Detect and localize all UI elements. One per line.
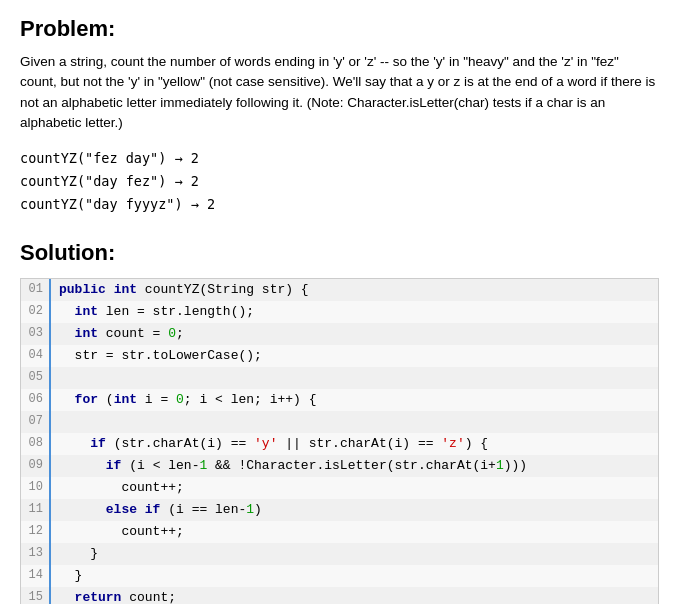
code-line-15: 15 return count; bbox=[21, 587, 658, 604]
code-line-01: 01 public int countYZ(String str) { bbox=[21, 279, 658, 301]
problem-section: Problem: Given a string, count the numbe… bbox=[20, 16, 659, 216]
code-line-02: 02 int len = str.length(); bbox=[21, 301, 658, 323]
code-line-04: 04 str = str.toLowerCase(); bbox=[21, 345, 658, 367]
code-line-08: 08 if (str.charAt(i) == 'y' || str.charA… bbox=[21, 433, 658, 455]
code-line-12: 12 count++; bbox=[21, 521, 658, 543]
code-line-06: 06 for (int i = 0; i < len; i++) { bbox=[21, 389, 658, 411]
example-1: countYZ("fez day") → 2 bbox=[20, 147, 659, 170]
code-line-03: 03 int count = 0; bbox=[21, 323, 658, 345]
examples: countYZ("fez day") → 2 countYZ("day fez"… bbox=[20, 147, 659, 216]
code-line-13: 13 } bbox=[21, 543, 658, 565]
solution-section: Solution: 01 public int countYZ(String s… bbox=[20, 240, 659, 604]
example-2: countYZ("day fez") → 2 bbox=[20, 170, 659, 193]
code-line-11: 11 else if (i == len-1) bbox=[21, 499, 658, 521]
code-line-14: 14 } bbox=[21, 565, 658, 587]
code-line-09: 09 if (i < len-1 && !Character.isLetter(… bbox=[21, 455, 658, 477]
code-line-10: 10 count++; bbox=[21, 477, 658, 499]
code-line-07: 07 bbox=[21, 411, 658, 433]
example-3: countYZ("day fyyyz") → 2 bbox=[20, 193, 659, 216]
code-block: 01 public int countYZ(String str) { 02 i… bbox=[20, 278, 659, 604]
solution-heading: Solution: bbox=[20, 240, 659, 266]
code-line-05: 05 bbox=[21, 367, 658, 389]
problem-description: Given a string, count the number of word… bbox=[20, 52, 659, 133]
problem-heading: Problem: bbox=[20, 16, 659, 42]
